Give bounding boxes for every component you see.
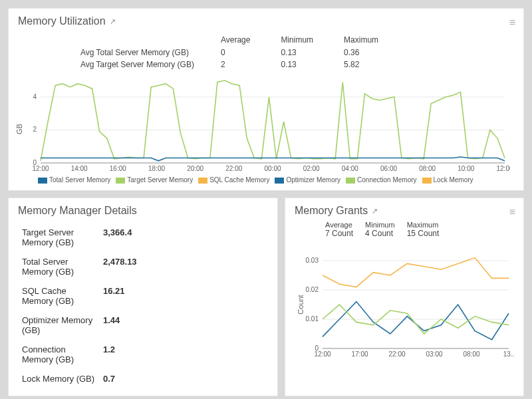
details-row: SQL Cache Memory (GB)16.21 <box>19 282 267 310</box>
col-minimum: Minimum <box>266 34 328 46</box>
panel-title-text: Memory Utilization <box>18 15 106 27</box>
svg-text:06:00: 06:00 <box>380 165 397 172</box>
svg-text:12:00: 12:00 <box>32 165 49 172</box>
grants-stats: Average7 Count Minimum4 Count Maximum15 … <box>325 221 514 238</box>
svg-text:2: 2 <box>33 126 37 133</box>
stats-row-target: Avg Target Server Memory (GB) 2 0.13 5.8… <box>66 59 393 70</box>
y-axis-label: Count <box>297 295 305 314</box>
panel-title: Memory Grants ↗ <box>295 205 514 217</box>
details-row: Optimizer Memory (GB)1.44 <box>19 311 267 339</box>
panel-title-text: Memory Grants <box>295 205 368 217</box>
svg-text:16:00: 16:00 <box>110 165 126 172</box>
svg-text:14:00: 14:00 <box>71 165 88 172</box>
legend-item[interactable]: Total Server Memory <box>38 176 110 184</box>
svg-text:0.02: 0.02 <box>306 286 319 293</box>
svg-text:08:00: 08:00 <box>463 350 479 358</box>
details-row: Connection Memory (GB)1.2 <box>19 340 267 368</box>
svg-text:08:00: 08:00 <box>419 165 436 172</box>
stats-row-total: Avg Total Server Memory (GB) 0 0.13 0.36 <box>66 47 393 58</box>
memory-utilization-panel: Memory Utilization ↗ ≡ Average Minimum M… <box>8 8 524 191</box>
legend-item[interactable]: Lock Memory <box>422 176 473 184</box>
panel-title: Memory Utilization ↗ <box>18 15 514 27</box>
legend-item[interactable]: Connection Memory <box>346 176 416 184</box>
details-row: Target Server Memory (GB)3,366.4 <box>19 223 267 251</box>
svg-text:04:00: 04:00 <box>342 165 358 172</box>
util-legend: Total Server MemoryTarget Server MemoryS… <box>18 176 514 184</box>
menu-icon[interactable]: ≡ <box>509 206 515 218</box>
grants-chart: Count 00.010.020.0312:0017:0022:0003:000… <box>295 241 514 360</box>
details-row: Total Server Memory (GB)2,478.13 <box>19 253 267 281</box>
svg-text:0.03: 0.03 <box>306 257 319 264</box>
legend-item[interactable]: Optimizer Memory <box>275 176 340 184</box>
details-row: Lock Memory (GB)0.7 <box>19 370 267 388</box>
external-link-icon[interactable]: ↗ <box>372 207 378 215</box>
svg-text:03:00: 03:00 <box>426 350 442 358</box>
util-stats-table: Average Minimum Maximum Avg Total Server… <box>65 33 394 71</box>
svg-text:4: 4 <box>33 93 37 100</box>
legend-item[interactable]: SQL Cache Memory <box>198 176 269 184</box>
svg-text:12:00: 12:00 <box>314 350 331 358</box>
util-chart-svg: 02412:0014:0016:0018:0020:0022:0000:0002… <box>18 75 510 175</box>
external-link-icon[interactable]: ↗ <box>110 17 116 26</box>
col-maximum: Maximum <box>329 34 393 46</box>
panel-title: Memory Manager Details <box>18 205 268 217</box>
util-chart: GB 02412:0014:0016:0018:0020:0022:0000:0… <box>18 75 514 175</box>
svg-text:02:00: 02:00 <box>303 165 320 172</box>
svg-text:12:00: 12:00 <box>496 165 510 172</box>
col-average: Average <box>206 34 265 46</box>
legend-item[interactable]: Target Server Memory <box>116 176 193 184</box>
memory-grants-panel: Memory Grants ↗ ≡ Average7 Count Minimum… <box>285 198 524 396</box>
menu-icon[interactable]: ≡ <box>509 17 515 29</box>
details-table: Target Server Memory (GB)3,366.4Total Se… <box>18 222 268 389</box>
y-axis-label: GB <box>15 124 23 134</box>
svg-text:0.01: 0.01 <box>306 315 319 323</box>
svg-text:22:00: 22:00 <box>225 165 242 172</box>
svg-text:13..: 13.. <box>503 350 514 358</box>
svg-text:22:00: 22:00 <box>388 350 405 358</box>
svg-text:00:00: 00:00 <box>264 165 281 172</box>
svg-text:17:00: 17:00 <box>351 350 368 358</box>
memory-manager-details-panel: Memory Manager Details Target Server Mem… <box>8 198 278 396</box>
svg-text:18:00: 18:00 <box>148 165 165 172</box>
svg-text:20:00: 20:00 <box>187 165 203 172</box>
panel-title-text: Memory Manager Details <box>18 205 137 217</box>
grants-chart-svg: 00.010.020.0312:0017:0022:0003:0008:0013… <box>295 241 514 360</box>
svg-text:10:00: 10:00 <box>458 165 474 172</box>
